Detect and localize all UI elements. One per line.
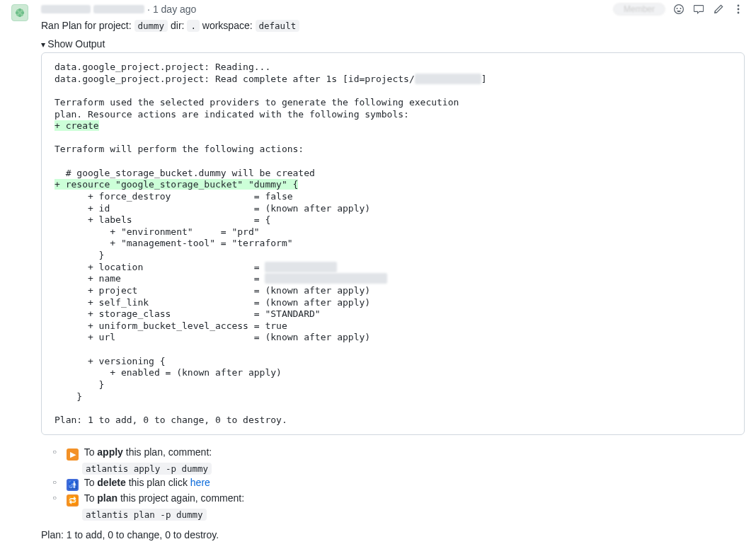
header-right: Member <box>613 3 745 16</box>
location-redacted: XXXXX XXXX <box>265 262 337 272</box>
show-output-toggle[interactable]: Show Output <box>41 38 105 50</box>
hint-apply: ▶ To apply this plan, comment: atlantis … <box>67 446 745 475</box>
avatar-column <box>11 3 28 540</box>
delete-link[interactable]: here <box>190 477 210 488</box>
header-left: · 1 day ago <box>41 4 196 15</box>
ran-prefix: Ran Plan for project: <box>41 20 134 31</box>
plan-footer-summary: Plan: 1 to add, 0 to change, 0 to destro… <box>41 529 745 540</box>
resource-header: + resource "google_storage_bucket" "dumm… <box>55 179 298 190</box>
ws-chip: default <box>256 20 300 32</box>
timestamp[interactable]: 1 day ago <box>153 4 197 15</box>
svg-point-2 <box>738 12 740 14</box>
dir-label: dir: <box>168 20 187 31</box>
avatar[interactable] <box>11 4 28 21</box>
dir-chip: . <box>187 20 200 32</box>
author-redacted-2 <box>93 5 144 13</box>
symbol-create: + create <box>55 120 99 131</box>
member-badge: Member <box>613 3 665 16</box>
trash-icon: 🚮 <box>67 479 79 491</box>
header-separator: · <box>147 4 150 15</box>
comment-container: · 1 day ago Member Ran Plan f <box>0 0 756 544</box>
emoji-icon[interactable] <box>672 3 685 16</box>
hint-delete: 🚮 To delete this plan click here <box>67 477 745 491</box>
project-id-redacted: xxxxxxxxxxxx <box>415 74 481 84</box>
svg-point-0 <box>738 5 740 7</box>
repeat-icon: 🔁 <box>67 494 79 507</box>
author-redacted <box>41 5 91 13</box>
project-chip: dummy <box>134 20 168 32</box>
ws-label: workspace: <box>200 20 256 31</box>
arrow-icon: ▶ <box>67 448 79 461</box>
plan-command: atlantis plan -p dummy <box>82 509 207 521</box>
bucket-name-redacted: XXXX XXX XXXX XXX <box>265 273 386 284</box>
hint-list: ▶ To apply this plan, comment: atlantis … <box>41 446 745 521</box>
comment-icon[interactable] <box>692 3 705 16</box>
kebab-icon[interactable] <box>732 3 745 16</box>
show-output-label: Show Output <box>47 38 105 50</box>
apply-command: atlantis apply -p dummy <box>82 463 212 475</box>
terraform-output: data.google_project.project: Reading... … <box>41 52 745 435</box>
plan-summary-line: Ran Plan for project: dummy dir: . works… <box>41 20 745 31</box>
comment-body: · 1 day ago Member Ran Plan f <box>41 3 745 540</box>
hint-plan: 🔁 To plan this project again, comment: a… <box>67 492 745 521</box>
svg-point-1 <box>738 8 740 11</box>
edit-icon[interactable] <box>712 3 725 16</box>
comment-header: · 1 day ago Member <box>41 3 745 16</box>
